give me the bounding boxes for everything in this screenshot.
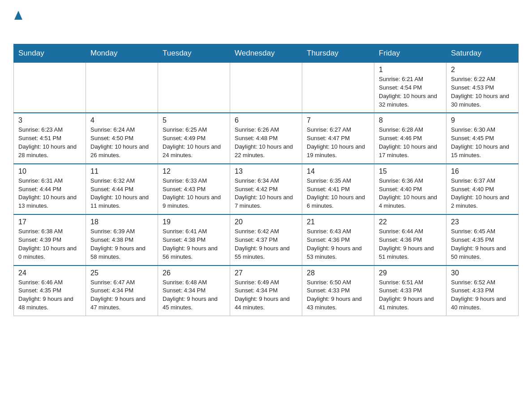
calendar-cell: 15Sunrise: 6:36 AMSunset: 4:40 PMDayligh… (374, 164, 446, 214)
day-number: 3 (18, 116, 81, 124)
calendar-cell: 25Sunrise: 6:47 AMSunset: 4:34 PMDayligh… (86, 265, 158, 316)
calendar-cell: 26Sunrise: 6:48 AMSunset: 4:34 PMDayligh… (158, 265, 230, 316)
calendar-cell: 17Sunrise: 6:38 AMSunset: 4:39 PMDayligh… (14, 214, 86, 265)
calendar-table: SundayMondayTuesdayWednesdayThursdayFrid… (13, 44, 519, 316)
weekday-header-row: SundayMondayTuesdayWednesdayThursdayFrid… (14, 44, 519, 63)
calendar-cell: 16Sunrise: 6:37 AMSunset: 4:40 PMDayligh… (446, 164, 519, 214)
calendar-cell (158, 63, 230, 113)
calendar-cell (302, 63, 374, 113)
day-info: Sunrise: 6:49 AMSunset: 4:34 PMDaylight:… (235, 278, 297, 312)
calendar-cell: 10Sunrise: 6:31 AMSunset: 4:44 PMDayligh… (14, 164, 86, 214)
day-number: 13 (235, 167, 297, 176)
day-number: 19 (163, 218, 225, 226)
day-info: Sunrise: 6:52 AMSunset: 4:33 PMDaylight:… (451, 278, 514, 312)
day-number: 30 (451, 269, 514, 277)
calendar-cell: 9Sunrise: 6:30 AMSunset: 4:45 PMDaylight… (446, 113, 519, 163)
weekday-header-sunday: Sunday (14, 44, 86, 63)
day-info: Sunrise: 6:30 AMSunset: 4:45 PMDaylight:… (451, 126, 514, 159)
day-number: 27 (235, 269, 297, 277)
page-header (13, 9, 519, 36)
day-number: 1 (379, 66, 442, 74)
day-info: Sunrise: 6:21 AMSunset: 4:54 PMDaylight:… (379, 75, 442, 109)
day-info: Sunrise: 6:37 AMSunset: 4:40 PMDaylight:… (451, 177, 514, 210)
day-number: 18 (90, 218, 153, 226)
day-info: Sunrise: 6:42 AMSunset: 4:37 PMDaylight:… (235, 227, 297, 261)
weekday-header-thursday: Thursday (302, 44, 374, 63)
weekday-header-wednesday: Wednesday (230, 44, 302, 63)
day-info: Sunrise: 6:33 AMSunset: 4:43 PMDaylight:… (163, 177, 225, 210)
day-info: Sunrise: 6:46 AMSunset: 4:35 PMDaylight:… (18, 278, 81, 312)
day-info: Sunrise: 6:39 AMSunset: 4:38 PMDaylight:… (90, 227, 153, 261)
day-number: 8 (379, 116, 442, 124)
weekday-header-tuesday: Tuesday (158, 44, 230, 63)
day-number: 25 (90, 269, 153, 277)
week-row-3: 10Sunrise: 6:31 AMSunset: 4:44 PMDayligh… (14, 164, 519, 214)
day-number: 23 (451, 218, 514, 226)
day-info: Sunrise: 6:25 AMSunset: 4:49 PMDaylight:… (163, 126, 225, 159)
day-number: 6 (235, 116, 297, 124)
calendar-cell: 13Sunrise: 6:34 AMSunset: 4:42 PMDayligh… (230, 164, 302, 214)
calendar-cell: 27Sunrise: 6:49 AMSunset: 4:34 PMDayligh… (230, 265, 302, 316)
day-info: Sunrise: 6:47 AMSunset: 4:34 PMDaylight:… (90, 278, 153, 312)
svg-marker-0 (14, 11, 22, 20)
day-info: Sunrise: 6:34 AMSunset: 4:42 PMDaylight:… (235, 177, 297, 210)
calendar-cell: 23Sunrise: 6:45 AMSunset: 4:35 PMDayligh… (446, 214, 519, 265)
week-row-2: 3Sunrise: 6:23 AMSunset: 4:51 PMDaylight… (14, 113, 519, 163)
calendar-cell (230, 63, 302, 113)
day-info: Sunrise: 6:41 AMSunset: 4:38 PMDaylight:… (163, 227, 225, 261)
day-info: Sunrise: 6:50 AMSunset: 4:33 PMDaylight:… (307, 278, 369, 312)
calendar-cell: 5Sunrise: 6:25 AMSunset: 4:49 PMDaylight… (158, 113, 230, 163)
day-info: Sunrise: 6:23 AMSunset: 4:51 PMDaylight:… (18, 126, 81, 159)
day-info: Sunrise: 6:31 AMSunset: 4:44 PMDaylight:… (18, 177, 81, 210)
day-info: Sunrise: 6:28 AMSunset: 4:46 PMDaylight:… (379, 126, 442, 159)
day-info: Sunrise: 6:43 AMSunset: 4:36 PMDaylight:… (307, 227, 369, 261)
calendar-cell: 3Sunrise: 6:23 AMSunset: 4:51 PMDaylight… (14, 113, 86, 163)
day-info: Sunrise: 6:24 AMSunset: 4:50 PMDaylight:… (90, 126, 153, 159)
day-info: Sunrise: 6:51 AMSunset: 4:33 PMDaylight:… (379, 278, 442, 312)
day-number: 4 (90, 116, 153, 124)
week-row-1: 1Sunrise: 6:21 AMSunset: 4:54 PMDaylight… (14, 63, 519, 113)
calendar-cell: 21Sunrise: 6:43 AMSunset: 4:36 PMDayligh… (302, 214, 374, 265)
calendar-cell: 28Sunrise: 6:50 AMSunset: 4:33 PMDayligh… (302, 265, 374, 316)
calendar-cell: 24Sunrise: 6:46 AMSunset: 4:35 PMDayligh… (14, 265, 86, 316)
day-number: 20 (235, 218, 297, 226)
day-number: 7 (307, 116, 369, 124)
day-number: 16 (451, 167, 514, 176)
day-info: Sunrise: 6:38 AMSunset: 4:39 PMDaylight:… (18, 227, 81, 261)
day-number: 17 (18, 218, 81, 226)
week-row-5: 24Sunrise: 6:46 AMSunset: 4:35 PMDayligh… (14, 265, 519, 316)
day-number: 22 (379, 218, 442, 226)
calendar-cell: 22Sunrise: 6:44 AMSunset: 4:36 PMDayligh… (374, 214, 446, 265)
day-number: 12 (163, 167, 225, 176)
calendar-cell: 4Sunrise: 6:24 AMSunset: 4:50 PMDaylight… (86, 113, 158, 163)
day-number: 14 (307, 167, 369, 176)
day-info: Sunrise: 6:26 AMSunset: 4:48 PMDaylight:… (235, 126, 297, 159)
day-number: 26 (163, 269, 225, 277)
calendar-cell: 18Sunrise: 6:39 AMSunset: 4:38 PMDayligh… (86, 214, 158, 265)
weekday-header-monday: Monday (86, 44, 158, 63)
calendar-cell: 12Sunrise: 6:33 AMSunset: 4:43 PMDayligh… (158, 164, 230, 214)
logo-triangle-icon (14, 9, 22, 21)
day-info: Sunrise: 6:32 AMSunset: 4:44 PMDaylight:… (90, 177, 153, 210)
day-number: 2 (451, 66, 514, 74)
week-row-4: 17Sunrise: 6:38 AMSunset: 4:39 PMDayligh… (14, 214, 519, 265)
calendar-cell: 8Sunrise: 6:28 AMSunset: 4:46 PMDaylight… (374, 113, 446, 163)
weekday-header-friday: Friday (374, 44, 446, 63)
calendar-cell: 6Sunrise: 6:26 AMSunset: 4:48 PMDaylight… (230, 113, 302, 163)
calendar-cell: 20Sunrise: 6:42 AMSunset: 4:37 PMDayligh… (230, 214, 302, 265)
calendar-cell: 7Sunrise: 6:27 AMSunset: 4:47 PMDaylight… (302, 113, 374, 163)
day-info: Sunrise: 6:36 AMSunset: 4:40 PMDaylight:… (379, 177, 442, 210)
calendar-cell: 29Sunrise: 6:51 AMSunset: 4:33 PMDayligh… (374, 265, 446, 316)
day-number: 21 (307, 218, 369, 226)
day-info: Sunrise: 6:22 AMSunset: 4:53 PMDaylight:… (451, 75, 514, 109)
weekday-header-saturday: Saturday (446, 44, 519, 63)
day-info: Sunrise: 6:27 AMSunset: 4:47 PMDaylight:… (307, 126, 369, 159)
day-info: Sunrise: 6:45 AMSunset: 4:35 PMDaylight:… (451, 227, 514, 261)
day-number: 10 (18, 167, 81, 176)
calendar-cell: 14Sunrise: 6:35 AMSunset: 4:41 PMDayligh… (302, 164, 374, 214)
logo (13, 9, 22, 36)
day-number: 28 (307, 269, 369, 277)
calendar-cell: 2Sunrise: 6:22 AMSunset: 4:53 PMDaylight… (446, 63, 519, 113)
calendar-cell: 19Sunrise: 6:41 AMSunset: 4:38 PMDayligh… (158, 214, 230, 265)
day-info: Sunrise: 6:35 AMSunset: 4:41 PMDaylight:… (307, 177, 369, 210)
